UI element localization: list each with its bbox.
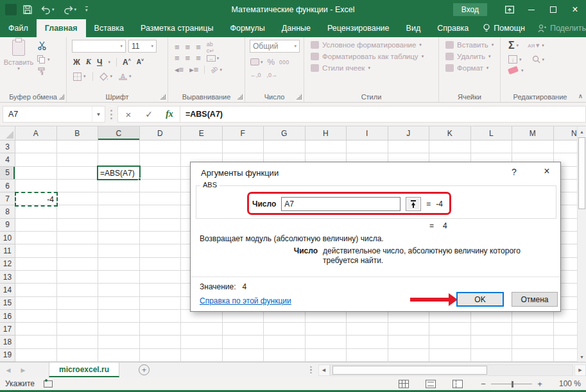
cell-M17[interactable]: [512, 323, 554, 336]
cell-G17[interactable]: [264, 323, 306, 336]
ok-button[interactable]: OK: [456, 292, 504, 307]
delete-cells-button[interactable]: Удалить▾: [445, 53, 500, 60]
cell-H18[interactable]: [306, 336, 347, 348]
column-header-K[interactable]: K: [429, 126, 471, 141]
column-header-H[interactable]: H: [306, 126, 347, 141]
borders-button[interactable]: ▾: [73, 72, 86, 81]
cell-C14[interactable]: [98, 284, 140, 296]
cell-C16[interactable]: [98, 310, 140, 323]
cell-C4[interactable]: [98, 153, 140, 166]
zoom-slider[interactable]: [491, 384, 532, 384]
column-header-N[interactable]: N: [554, 126, 578, 141]
cell-D7[interactable]: [140, 192, 182, 205]
underline-button[interactable]: Ч: [97, 58, 102, 67]
row-header-18[interactable]: 18: [0, 336, 15, 348]
cell-B7[interactable]: [57, 192, 99, 205]
cell-N3[interactable]: [554, 141, 578, 153]
cell-K17[interactable]: [429, 323, 471, 336]
menu-tab-review[interactable]: Рецензирование: [319, 19, 398, 37]
align-right-button[interactable]: ≡: [196, 55, 201, 62]
save-icon[interactable]: [23, 5, 32, 14]
menu-tab-insert[interactable]: Вставка: [86, 19, 132, 37]
cancel-entry-icon[interactable]: ×: [118, 109, 139, 120]
menu-tab-file[interactable]: Файл: [0, 19, 37, 37]
cell-N19[interactable]: [554, 349, 578, 362]
cell-B14[interactable]: [57, 284, 99, 296]
cell-C3[interactable]: [98, 141, 140, 153]
decrease-indent-button[interactable]: ◂≡: [175, 67, 184, 73]
cell-A9[interactable]: [15, 219, 57, 232]
column-header-D[interactable]: D: [140, 126, 182, 141]
cell-J3[interactable]: [388, 141, 430, 153]
redo-button[interactable]: ▾: [64, 6, 77, 14]
menu-tab-data[interactable]: Данные: [273, 19, 319, 37]
name-box-dropdown-icon[interactable]: ▼: [92, 107, 105, 122]
row-header-4[interactable]: 4: [0, 153, 15, 166]
column-header-E[interactable]: E: [181, 126, 223, 141]
column-header-F[interactable]: F: [223, 126, 264, 141]
column-header-J[interactable]: J: [388, 126, 430, 141]
dialog-launcher-icon[interactable]: [160, 94, 166, 99]
cell-M3[interactable]: [512, 141, 554, 153]
menu-tab-layout[interactable]: Разметка страницы: [132, 19, 221, 37]
conditional-formatting-button[interactable]: Условное форматирование▾: [311, 41, 438, 49]
scroll-right-icon[interactable]: ▶: [574, 364, 586, 376]
cell-A17[interactable]: [15, 323, 57, 336]
cell-I19[interactable]: [347, 349, 388, 362]
cell-B3[interactable]: [57, 141, 99, 153]
align-center-button[interactable]: ≡: [185, 55, 191, 62]
cell-C13[interactable]: [98, 271, 140, 284]
minimize-button[interactable]: [521, 0, 542, 19]
cell-E18[interactable]: [181, 336, 223, 348]
orientation-button[interactable]: ab▾: [211, 66, 222, 73]
cell-C11[interactable]: [98, 244, 140, 257]
cell-D18[interactable]: [140, 336, 182, 348]
scroll-down-icon[interactable]: ▼: [578, 352, 586, 362]
find-select-button[interactable]: ▾: [532, 55, 545, 64]
dialog-close-icon[interactable]: ×: [540, 166, 554, 177]
cell-C19[interactable]: [98, 349, 140, 362]
zoom-out-icon[interactable]: −: [479, 379, 487, 389]
cell-C15[interactable]: [98, 297, 140, 310]
cell-B5[interactable]: [57, 167, 99, 180]
row-header-17[interactable]: 17: [0, 323, 15, 336]
cell-B15[interactable]: [57, 297, 99, 310]
cell-L19[interactable]: [471, 349, 513, 362]
cell-B11[interactable]: [57, 244, 99, 257]
cell-A6[interactable]: [15, 180, 57, 192]
cell-K18[interactable]: [429, 336, 471, 348]
cell-D10[interactable]: [140, 232, 182, 244]
zoom-in-icon[interactable]: +: [536, 379, 544, 389]
cell-N18[interactable]: [554, 336, 578, 348]
name-box[interactable]: A7 ▼: [3, 106, 105, 123]
column-header-G[interactable]: G: [264, 126, 306, 141]
cell-E17[interactable]: [181, 323, 223, 336]
underline-dropdown-icon[interactable]: ▾: [108, 60, 110, 65]
cell-B10[interactable]: [57, 232, 99, 244]
column-header-B[interactable]: B: [57, 126, 99, 141]
page-layout-view-icon[interactable]: [426, 380, 436, 388]
cell-E3[interactable]: [181, 141, 223, 153]
sort-filter-button[interactable]: АЯ▼▾: [528, 42, 544, 49]
cell-B17[interactable]: [57, 323, 99, 336]
cell-B13[interactable]: [57, 271, 99, 284]
cell-I3[interactable]: [347, 141, 388, 153]
fill-button[interactable]: ↓▾: [508, 55, 522, 64]
sign-in-button[interactable]: Вход: [453, 3, 487, 16]
cell-J18[interactable]: [388, 336, 430, 348]
accounting-format-button[interactable]: ▾: [250, 58, 263, 65]
horizontal-scroll-thumb[interactable]: [332, 366, 488, 375]
formula-bar-resize-handle[interactable]: [110, 110, 112, 119]
cell-H19[interactable]: [306, 349, 347, 362]
cell-M18[interactable]: [512, 336, 554, 348]
clear-button[interactable]: ▾: [508, 67, 524, 73]
undo-dropdown-icon[interactable]: ▾: [52, 7, 55, 12]
collapse-dialog-button[interactable]: [406, 197, 421, 211]
cell-styles-button[interactable]: Стили ячеек▾: [311, 64, 438, 72]
cell-D6[interactable]: [140, 180, 182, 192]
percent-style-button[interactable]: %: [268, 57, 275, 67]
fill-color-button[interactable]: ▾: [99, 72, 113, 81]
formula-input[interactable]: =ABS(A7): [180, 106, 586, 123]
row-header-12[interactable]: 12: [0, 258, 15, 271]
cell-K19[interactable]: [429, 349, 471, 362]
